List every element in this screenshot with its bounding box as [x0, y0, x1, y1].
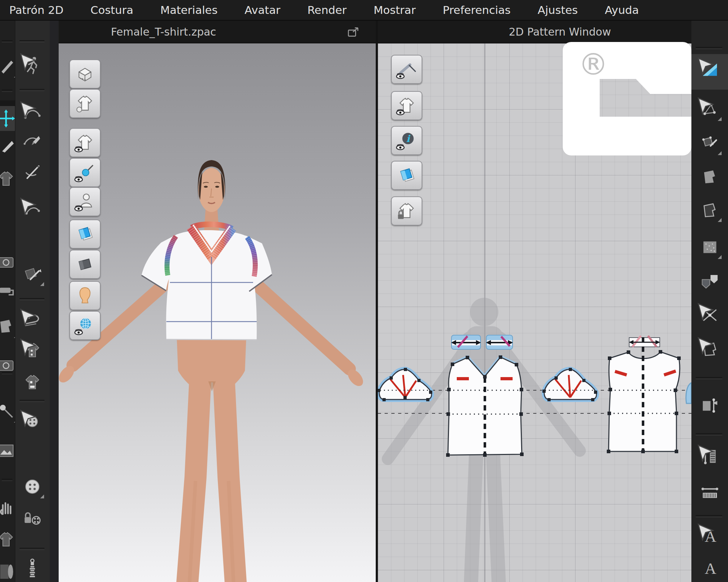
- pin-ball-icon[interactable]: [0, 398, 15, 423]
- viewport-2d-toolbar: i: [391, 43, 423, 582]
- walking-person-icon[interactable]: [20, 53, 45, 78]
- text-a-icon[interactable]: A: [697, 555, 722, 580]
- move-tool-icon[interactable]: [0, 106, 15, 131]
- flyout-corner-icon: [718, 151, 722, 155]
- watermark-logo: ®: [563, 42, 691, 155]
- roller-icon[interactable]: [0, 281, 15, 306]
- seam-ripper-icon[interactable]: [20, 308, 45, 333]
- measure-horizontal-icon[interactable]: [697, 481, 722, 506]
- pattern-piece-neckband-left[interactable]: [451, 335, 481, 349]
- pattern-paper-icon[interactable]: [69, 219, 101, 249]
- pattern-outline-icon[interactable]: [697, 198, 722, 223]
- menu-patrón-2d[interactable]: Patrón 2D: [9, 4, 64, 16]
- menu-ajustes[interactable]: Ajustes: [537, 4, 578, 16]
- pattern-2d-titlebar[interactable]: 2D Pattern Window: [378, 21, 691, 43]
- stylus-icon[interactable]: [0, 53, 15, 78]
- garment-3d-tshirt[interactable]: [141, 224, 272, 340]
- toolbar-separator: [696, 47, 722, 49]
- viewport-3d-toolbar: [69, 43, 101, 582]
- panel-gap: [50, 21, 59, 582]
- shirt-eye-icon[interactable]: [391, 91, 422, 120]
- toolbar-left-outer: [0, 21, 15, 582]
- pattern-2d-title: 2D Pattern Window: [509, 26, 611, 38]
- edit-mesh-icon[interactable]: [697, 97, 722, 122]
- cross-x-icon[interactable]: [697, 302, 722, 327]
- checkered-shirt-small-icon[interactable]: [20, 338, 45, 363]
- toolbar-separator: [2, 90, 12, 92]
- globe-eye-icon[interactable]: [69, 311, 101, 340]
- menu-avatar[interactable]: Avatar: [245, 4, 280, 16]
- pen-icon[interactable]: [0, 132, 15, 157]
- toolbar-separator: [20, 400, 45, 402]
- menu-materiales[interactable]: Materiales: [160, 4, 218, 16]
- toolbar-separator: [696, 377, 722, 379]
- pattern-shape-icon[interactable]: [0, 314, 15, 339]
- shirt-tool-icon[interactable]: [0, 166, 15, 191]
- toolbar-separator: [20, 298, 45, 300]
- pattern-piece-sleeve-right[interactable]: [542, 368, 597, 401]
- avatar-eye-icon[interactable]: [69, 187, 101, 216]
- garment-3d-titlebar[interactable]: Female_T-shirt.zpac: [59, 21, 376, 43]
- garment-3d-title: Female_T-shirt.zpac: [111, 26, 216, 38]
- pattern-piece-neckband-right[interactable]: [486, 335, 513, 349]
- shirt-tool-icon[interactable]: [0, 527, 15, 552]
- registered-trademark-symbol: ®: [578, 47, 608, 82]
- pattern-texture-icon[interactable]: [697, 235, 722, 260]
- menu-mostrar[interactable]: Mostrar: [374, 4, 416, 16]
- fabric-dark-icon[interactable]: [69, 250, 101, 279]
- fabric-roll-icon[interactable]: [0, 559, 15, 582]
- shirt-eye-icon[interactable]: [69, 128, 101, 157]
- polygon-pen-icon[interactable]: [697, 131, 722, 156]
- toolbar-right: AA: [691, 21, 728, 582]
- zipper-icon[interactable]: [20, 556, 45, 581]
- menu-render[interactable]: Render: [307, 4, 347, 16]
- info-eye-icon[interactable]: i: [391, 126, 422, 155]
- shields-icon[interactable]: [697, 269, 722, 294]
- viewport-3d[interactable]: [59, 43, 376, 582]
- shirt-pin-icon[interactable]: [69, 89, 101, 118]
- button-icon[interactable]: [20, 409, 45, 434]
- avatar-head-icon[interactable]: [69, 281, 101, 310]
- toolbar-separator: [696, 515, 722, 517]
- pin-eye-icon[interactable]: [69, 158, 101, 187]
- pattern-pencil-icon[interactable]: [20, 262, 45, 287]
- toolbar-separator: [2, 40, 12, 42]
- avatar-3d-scene: [59, 43, 376, 582]
- pattern-piece-back-bodice[interactable]: [607, 336, 681, 453]
- flyout-corner-icon: [718, 218, 722, 222]
- toolbar-separator: [2, 479, 12, 481]
- menu-preferencias[interactable]: Preferencias: [443, 4, 511, 16]
- menu-ayuda[interactable]: Ayuda: [605, 4, 639, 16]
- toolbar-separator: [696, 433, 722, 435]
- pattern-paper-icon[interactable]: [391, 161, 422, 190]
- sewing-curve-icon[interactable]: [20, 101, 45, 126]
- sewing-pen-icon[interactable]: [20, 129, 45, 154]
- popout-icon[interactable]: [348, 27, 360, 39]
- hand-icon[interactable]: [0, 494, 15, 519]
- toolbar-separator: [20, 548, 45, 550]
- camera-icon[interactable]: [0, 249, 15, 274]
- toolbar-separator: [20, 89, 45, 91]
- menu-costura[interactable]: Costura: [91, 4, 133, 16]
- lock-buttonhole-icon[interactable]: [20, 507, 45, 531]
- garment-3d-window: Female_T-shirt.zpac: [59, 21, 376, 582]
- clo3d-application: Patrón 2DCosturaMaterialesAvatarRenderMo…: [0, 0, 728, 582]
- needle-curve-icon[interactable]: [20, 159, 45, 184]
- photo-icon[interactable]: [0, 438, 15, 463]
- curve-cursor-icon[interactable]: [20, 197, 45, 222]
- pattern-trace-icon[interactable]: [697, 337, 722, 361]
- pattern-shape-icon[interactable]: [697, 164, 722, 189]
- pattern-piece-sleeve-fragment[interactable]: [686, 383, 691, 403]
- measure-vertical-icon[interactable]: [697, 444, 722, 469]
- camera-icon[interactable]: [0, 352, 15, 377]
- text-a-icon[interactable]: A: [697, 523, 722, 548]
- window-divider[interactable]: [376, 21, 378, 582]
- awl-eye-icon[interactable]: [391, 55, 422, 84]
- toolbar-separator: [20, 40, 45, 42]
- button-large-icon[interactable]: [20, 474, 45, 499]
- pattern-seam-icon[interactable]: [697, 393, 722, 418]
- checkered-shirt-icon[interactable]: [20, 370, 45, 395]
- shirt-lock-icon[interactable]: [391, 196, 422, 226]
- scale-triangle-icon[interactable]: [697, 57, 722, 82]
- fabric-cube-icon[interactable]: [69, 59, 101, 89]
